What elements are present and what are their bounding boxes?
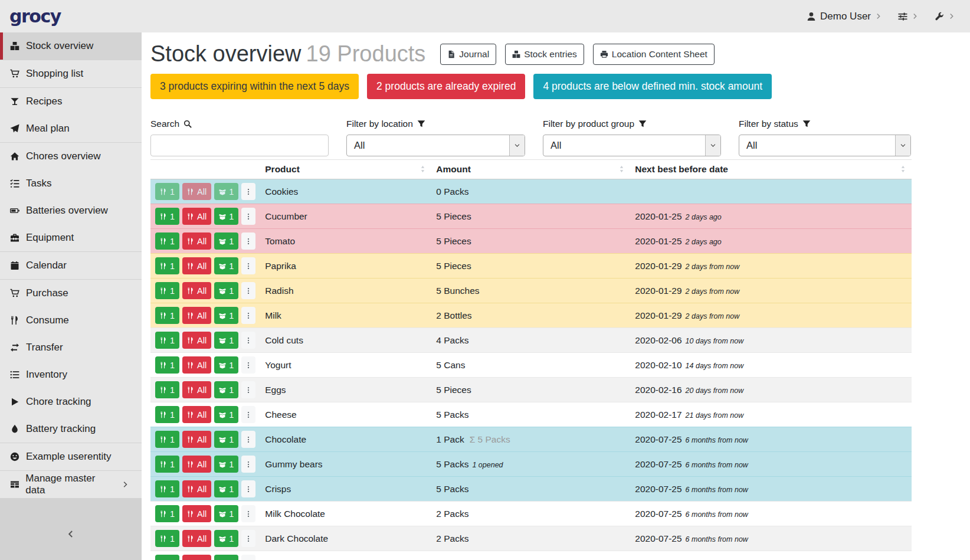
open-one-button[interactable]: 1 (214, 232, 238, 250)
open-one-button[interactable]: 1 (214, 406, 238, 423)
consume-one-button[interactable]: 1 (155, 431, 179, 448)
row-more-button[interactable] (241, 332, 255, 349)
sidebar-item-example-userentity[interactable]: Example userentity (0, 443, 142, 470)
consume-all-button[interactable]: All (182, 480, 211, 497)
consume-one-button[interactable]: 1 (155, 530, 179, 547)
sidebar-item-consume[interactable]: Consume (0, 307, 142, 334)
row-more-button[interactable] (241, 232, 255, 250)
consume-all-button[interactable]: All (182, 356, 211, 374)
sidebar-collapse-button[interactable] (0, 498, 142, 560)
consume-one-button[interactable]: 1 (155, 183, 179, 200)
open-one-button[interactable]: 1 (214, 332, 238, 349)
consume-one-button[interactable]: 1 (155, 456, 179, 473)
consume-all-button[interactable]: All (182, 332, 211, 349)
consume-all-button[interactable]: All (182, 307, 211, 324)
sidebar-item-recipes[interactable]: Recipes (0, 88, 142, 115)
consume-all-button[interactable]: All (182, 530, 211, 547)
consume-one-button[interactable]: 1 (155, 480, 179, 497)
consume-all-button[interactable]: All (182, 406, 211, 423)
sidebar-item-batteries-overview[interactable]: Batteries overview (0, 197, 142, 224)
location-content-sheet-button[interactable]: Location Content Sheet (593, 44, 715, 65)
consume-one-button[interactable]: 1 (155, 332, 179, 349)
row-more-button[interactable] (241, 282, 255, 299)
table-row: 1 All 1 (150, 551, 912, 560)
consume-one-button[interactable]: 1 (155, 307, 179, 324)
consume-one-button[interactable]: 1 (155, 406, 179, 423)
row-more-button[interactable] (241, 480, 255, 497)
consume-all-button[interactable]: All (182, 208, 211, 225)
sidebar-item-battery-tracking[interactable]: Battery tracking (0, 415, 142, 443)
consume-one-button[interactable]: 1 (155, 555, 179, 560)
sidebar-item-shopping-list[interactable]: Shopping list (0, 60, 142, 87)
consume-all-button[interactable]: All (182, 232, 211, 250)
open-one-button[interactable]: 1 (214, 555, 238, 560)
open-one-button[interactable]: 1 (214, 282, 238, 299)
consume-all-button[interactable]: All (182, 257, 211, 274)
row-more-button[interactable] (241, 530, 255, 547)
consume-one-button[interactable]: 1 (155, 208, 179, 225)
product-amount: 2 Bottles (431, 303, 630, 328)
user-menu[interactable]: Demo User (807, 11, 881, 22)
consume-all-button[interactable]: All (182, 431, 211, 448)
row-more-button[interactable] (241, 257, 255, 274)
row-more-button[interactable] (241, 381, 255, 398)
consume-all-button[interactable]: All (182, 282, 211, 299)
sidebar-item-calendar[interactable]: Calendar (0, 252, 142, 279)
open-one-button[interactable]: 1 (214, 456, 238, 473)
row-more-button[interactable] (241, 356, 255, 374)
sidebar-item-manage-master-data[interactable]: Manage master data (0, 471, 142, 498)
consume-all-button[interactable]: All (182, 381, 211, 398)
consume-one-button[interactable]: 1 (155, 232, 179, 250)
settings-menu[interactable] (898, 12, 918, 21)
column-header-product[interactable]: Product (260, 160, 431, 179)
date-note: 6 months from now (686, 535, 748, 543)
sidebar-item-label: Chore tracking (26, 396, 91, 408)
sidebar-item-meal-plan[interactable]: Meal plan (0, 115, 142, 142)
column-header-amount[interactable]: Amount (431, 160, 630, 179)
open-one-button[interactable]: 1 (214, 431, 238, 448)
consume-all-button[interactable]: All (182, 183, 211, 200)
row-more-button[interactable] (241, 431, 255, 448)
open-one-button[interactable]: 1 (214, 505, 238, 522)
row-more-button[interactable] (241, 555, 255, 560)
column-header-date[interactable]: Next best before date (630, 160, 912, 179)
row-more-button[interactable] (241, 183, 255, 200)
filter-by-product-group-select[interactable]: All (543, 135, 721, 156)
open-one-button[interactable]: 1 (214, 530, 238, 547)
search-input[interactable] (150, 135, 329, 156)
row-more-button[interactable] (241, 208, 255, 225)
open-one-button[interactable]: 1 (214, 480, 238, 497)
consume-one-button[interactable]: 1 (155, 505, 179, 522)
consume-one-button[interactable]: 1 (155, 282, 179, 299)
open-one-button[interactable]: 1 (214, 183, 238, 200)
sidebar-item-stock-overview[interactable]: Stock overview (0, 32, 142, 60)
sidebar-item-equipment[interactable]: Equipment (0, 224, 142, 251)
consume-all-button[interactable]: All (182, 456, 211, 473)
open-one-button[interactable]: 1 (214, 356, 238, 374)
row-more-button[interactable] (241, 307, 255, 324)
journal-button[interactable]: Journal (440, 44, 496, 65)
open-one-button[interactable]: 1 (214, 307, 238, 324)
sidebar-item-purchase[interactable]: Purchase (0, 280, 142, 307)
sidebar-item-chore-tracking[interactable]: Chore tracking (0, 388, 142, 415)
consume-one-button[interactable]: 1 (155, 257, 179, 274)
consume-all-button[interactable]: All (182, 505, 211, 522)
open-one-button[interactable]: 1 (214, 257, 238, 274)
open-one-button[interactable]: 1 (214, 208, 238, 225)
row-more-button[interactable] (241, 456, 255, 473)
consume-one-button[interactable]: 1 (155, 381, 179, 398)
filter-by-location-select[interactable]: All (346, 135, 525, 156)
row-more-button[interactable] (241, 505, 255, 522)
consume-all-button[interactable]: All (182, 555, 211, 560)
sidebar-item-chores-overview[interactable]: Chores overview (0, 143, 142, 170)
filter-by-status-select[interactable]: All (739, 135, 911, 156)
admin-menu[interactable] (935, 12, 955, 21)
row-more-button[interactable] (241, 406, 255, 423)
filter-by-status-label: Filter by status (739, 119, 911, 129)
sidebar-item-inventory[interactable]: Inventory (0, 361, 142, 388)
sidebar-item-tasks[interactable]: Tasks (0, 170, 142, 197)
sidebar-item-transfer[interactable]: Transfer (0, 334, 142, 361)
consume-one-button[interactable]: 1 (155, 356, 179, 374)
open-one-button[interactable]: 1 (214, 381, 238, 398)
stock-entries-button[interactable]: Stock entries (505, 44, 584, 65)
